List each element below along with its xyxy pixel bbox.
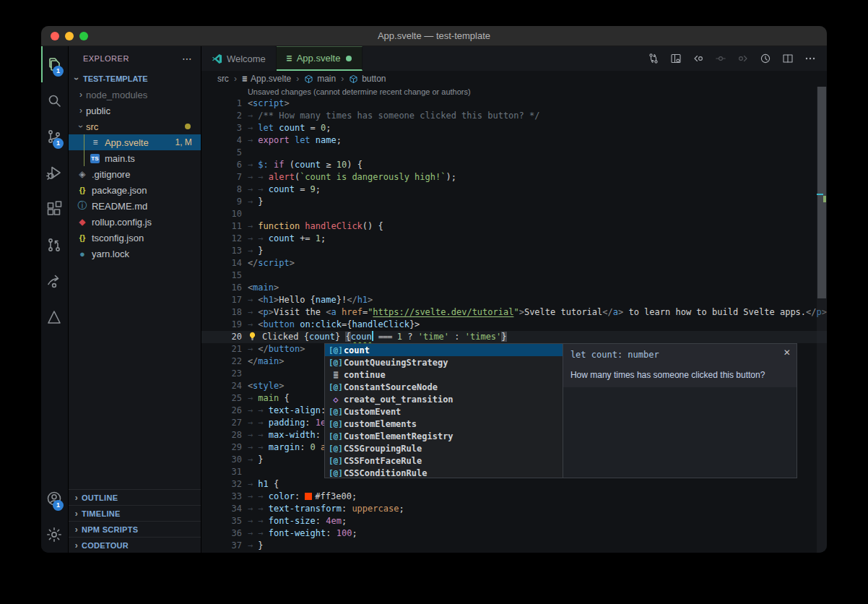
tab-welcome[interactable]: Welcome xyxy=(201,46,277,71)
code-line[interactable]: 8→ → count = 9; xyxy=(201,184,827,196)
workspace-root-item[interactable]: › TEST-TEMPLATE xyxy=(69,71,201,87)
line-number: 19 xyxy=(201,319,242,331)
suggestion-item[interactable]: [@]CSSFontFaceRule xyxy=(325,454,563,467)
code-line[interactable]: 13→ } xyxy=(201,245,827,257)
code-line[interactable]: 37→ } xyxy=(201,540,827,552)
code-line[interactable]: 32→ h1 { xyxy=(201,478,827,491)
code-line[interactable]: 14</script> xyxy=(201,257,827,269)
tree-item-readme-md[interactable]: ⓘREADME.md xyxy=(69,198,201,214)
code-line[interactable]: 33→ → color: #ff3e00; xyxy=(201,491,827,503)
code-line[interactable]: 19→ <button on:click={handleClick}> xyxy=(201,319,827,331)
modified-dot-icon[interactable] xyxy=(346,56,352,61)
section-timeline[interactable]: ›TIMELINE xyxy=(69,505,201,521)
activity-item-settings[interactable] xyxy=(41,517,68,553)
open-changes-icon[interactable] xyxy=(668,51,684,66)
code-line[interactable]: 9→ } xyxy=(201,196,827,208)
activity-item-source-control[interactable]: 1 xyxy=(41,118,68,155)
tree-item-yarn-lock[interactable]: ●yarn.lock xyxy=(69,246,201,262)
line-number: 9 xyxy=(201,196,242,208)
breadcrumb-src[interactable]: src xyxy=(217,74,229,84)
timeline-icon[interactable] xyxy=(758,51,773,66)
explorer-more-actions-icon[interactable]: ⋯ xyxy=(182,53,192,64)
activity-item-azure[interactable] xyxy=(41,299,68,335)
tree-item-package-json[interactable]: {}package.json xyxy=(69,182,201,198)
tab-app.svelte[interactable]: ≡App.svelte xyxy=(277,46,363,71)
suggestion-label: CountQueuingStrategy xyxy=(344,358,448,368)
code-line[interactable]: 5 xyxy=(201,147,827,159)
code-line[interactable]: 4→ export let name; xyxy=(201,134,827,147)
live-share-icon xyxy=(45,272,63,290)
activity-item-extensions[interactable] xyxy=(41,191,68,227)
code-line[interactable]: 11→ function handleClick() { xyxy=(201,220,827,233)
next-change-icon[interactable] xyxy=(735,51,751,66)
section-outline[interactable]: ›OUTLINE xyxy=(69,489,201,505)
activity-item-accounts[interactable]: 1 xyxy=(41,480,68,517)
code-line[interactable]: 35→ → font-size: 4em; xyxy=(201,515,827,527)
suggestion-item[interactable]: ◇create_out_transition xyxy=(325,393,563,405)
suggestion-item[interactable]: [@]CustomEvent xyxy=(325,405,563,418)
activity-item-run-and-debug[interactable] xyxy=(41,155,68,191)
code-line[interactable]: 2→ /** How many times has someone clicke… xyxy=(201,110,827,122)
suggestion-label: customElements xyxy=(344,419,417,429)
suggestion-item[interactable]: [@]customElements xyxy=(325,418,563,430)
suggestion-item[interactable]: [@]CustomElementRegistry xyxy=(325,430,563,442)
activity-item-github-pull-requests[interactable] xyxy=(41,227,68,263)
breadcrumb-button[interactable]: button xyxy=(349,74,386,84)
suggestion-item[interactable]: [@]CSSGroupingRule xyxy=(325,442,563,454)
line-number: 6 xyxy=(201,159,242,171)
suggestion-item[interactable]: ≣continue xyxy=(325,368,563,381)
suggestion-item[interactable]: [@]CountQueuingStrategy xyxy=(325,356,563,368)
code-line[interactable]: 20Clicked {count} {coun === 1 ? 'time' :… xyxy=(201,331,827,343)
title-bar[interactable]: App.svelte — test-template xyxy=(41,26,827,46)
section-npm-scripts[interactable]: ›NPM SCRIPTS xyxy=(69,521,201,537)
chevron-down-icon: › xyxy=(71,74,82,84)
code-editor[interactable]: Unsaved changes (cannot determine recent… xyxy=(201,87,827,553)
code-line[interactable]: 1<script> xyxy=(201,98,827,110)
suggestion-item[interactable]: [@]ConstantSourceNode xyxy=(325,381,563,393)
compare-changes-icon[interactable] xyxy=(646,51,661,66)
tree-item-public[interactable]: ›public xyxy=(69,103,201,118)
tree-item--gitignore[interactable]: ◈.gitignore xyxy=(69,166,201,182)
tree-item-node-modules[interactable]: ›node_modules xyxy=(69,87,201,103)
activity-item-explorer[interactable]: 1 xyxy=(41,46,68,82)
suggestion-item[interactable]: [@]count xyxy=(325,344,563,356)
code-line[interactable]: 10 xyxy=(201,208,827,220)
breadcrumb-main[interactable]: main xyxy=(304,74,336,84)
lightbulb-icon[interactable] xyxy=(248,331,258,343)
editor-scrollbar[interactable] xyxy=(817,87,827,553)
code-line[interactable]: 12→ → count += 1; xyxy=(201,233,827,245)
breadcrumb-app-svelte[interactable]: ≡App.svelte xyxy=(242,74,291,84)
suggestion-item[interactable]: [@]CSSConditionRule xyxy=(325,467,563,479)
code-line[interactable]: 3→ let count = 0; xyxy=(201,122,827,134)
svelte-icon: ≡ xyxy=(287,53,292,64)
line-number: 10 xyxy=(201,208,242,220)
tree-item-app-svelte[interactable]: ≡App.svelte1, M xyxy=(69,134,201,150)
code-line[interactable]: 7→ → alert(`count is dangerously high!`)… xyxy=(201,171,827,184)
color-swatch[interactable] xyxy=(305,493,312,500)
previous-change-icon[interactable] xyxy=(690,51,706,66)
line-number: 12 xyxy=(201,233,242,245)
scrollbar-thumb[interactable] xyxy=(817,87,826,298)
line-number: 34 xyxy=(201,503,242,515)
suggestion-label: CSSGroupingRule xyxy=(344,444,422,454)
tree-item-rollup-config-js[interactable]: ◆rollup.config.js xyxy=(69,214,201,230)
activity-item-live-share[interactable] xyxy=(41,263,68,299)
code-line[interactable]: 36→ → font-weight: 100; xyxy=(201,527,827,540)
code-line[interactable]: 34→ → text-transform: uppercase; xyxy=(201,503,827,515)
change-indicator-icon[interactable] xyxy=(713,51,729,66)
activity-item-search[interactable] xyxy=(41,82,68,118)
code-line[interactable]: 6→ $: if (count ≥ 10) { xyxy=(201,159,827,171)
code-line[interactable]: 17→ <h1>Hello {name}!</h1> xyxy=(201,294,827,306)
code-line[interactable]: 18→ <p>Visit the <a href="https://svelte… xyxy=(201,306,827,319)
symbol-variable-icon: [@] xyxy=(328,419,344,428)
tree-item-src[interactable]: ›src xyxy=(69,118,201,134)
tree-item-main-ts[interactable]: TSmain.ts xyxy=(69,150,201,166)
close-icon[interactable]: ✕ xyxy=(784,348,791,358)
section-codetour[interactable]: ›CODETOUR xyxy=(69,537,201,553)
tree-item-tsconfig-json[interactable]: {}tsconfig.json xyxy=(69,230,201,246)
more-actions-icon[interactable] xyxy=(802,51,818,66)
split-editor-icon[interactable] xyxy=(780,51,796,66)
file-label: App.svelte xyxy=(105,137,149,148)
code-line[interactable]: 16<main> xyxy=(201,282,827,294)
code-line[interactable]: 15 xyxy=(201,269,827,282)
